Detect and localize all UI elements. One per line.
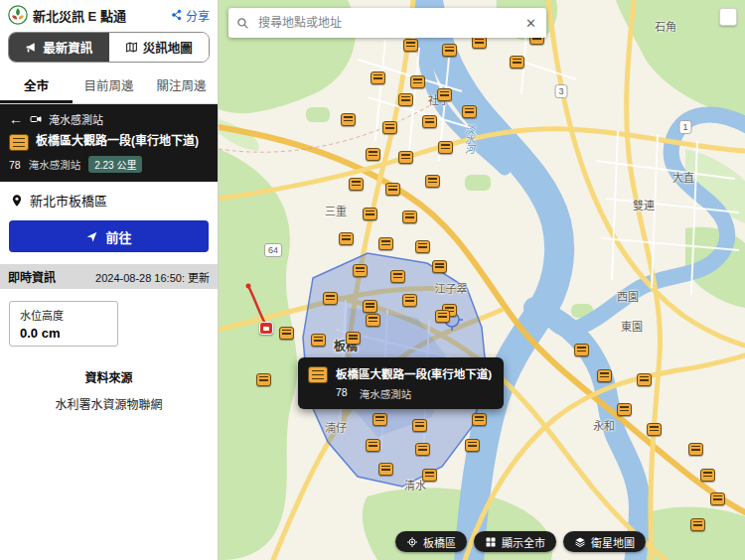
flood-sensor-marker[interactable] xyxy=(385,183,400,196)
flood-sensor-marker[interactable] xyxy=(597,369,612,382)
flood-sensor-marker[interactable] xyxy=(462,105,477,118)
flood-sensor-marker[interactable] xyxy=(465,439,480,452)
flood-sensor-marker[interactable] xyxy=(256,373,271,386)
map-area[interactable]: 石角社子三重大直雙連江子翠西園東園板橋湳仔清水永和淡水河6413 ✕ 板橋區大觀… xyxy=(219,0,745,560)
water-level-box: 水位高度 0.0 cm xyxy=(9,301,118,347)
flood-sensor-icon xyxy=(9,134,29,151)
grid-icon xyxy=(485,536,497,548)
flood-sensor-marker[interactable] xyxy=(425,175,440,188)
tooltip-meta: 78 淹水感測站 xyxy=(336,386,492,401)
data-source-label: 資料來源 xyxy=(0,368,218,385)
subtab-current-area[interactable]: 目前周邊 xyxy=(73,69,145,103)
station-title: 板橋區大觀路一段(車行地下道) xyxy=(36,133,199,149)
subtab-followed-area[interactable]: 關注周邊 xyxy=(145,69,218,103)
flood-sensor-marker[interactable] xyxy=(435,310,450,323)
flood-sensor-marker[interactable] xyxy=(432,260,447,273)
share-button[interactable]: 分享 xyxy=(171,7,210,24)
close-icon[interactable]: ✕ xyxy=(523,16,538,31)
flood-sensor-marker[interactable] xyxy=(710,492,725,505)
flood-sensor-marker[interactable] xyxy=(382,121,397,134)
map-background xyxy=(219,0,745,560)
flood-sensor-marker[interactable] xyxy=(410,75,425,88)
sidebar: 新北災訊 E 點通 分享 最新資訊 災訊地圖 xyxy=(0,0,219,560)
flood-sensor-marker[interactable] xyxy=(311,334,326,347)
flood-sensor-marker[interactable] xyxy=(349,178,364,191)
flood-sensor-marker[interactable] xyxy=(390,270,405,283)
flood-sensor-marker[interactable] xyxy=(412,419,427,432)
tab-label: 最新資訊 xyxy=(43,38,92,57)
flood-sensor-marker[interactable] xyxy=(700,469,715,482)
flood-sensor-marker[interactable] xyxy=(366,314,380,327)
flood-sensor-marker[interactable] xyxy=(279,327,294,340)
flood-sensor-marker[interactable] xyxy=(323,292,338,305)
flood-sensor-marker[interactable] xyxy=(353,264,368,277)
app-logo-icon xyxy=(8,5,28,25)
flood-sensor-marker[interactable] xyxy=(378,463,393,476)
app-title: 新北災訊 E 點通 xyxy=(33,6,166,25)
flood-sensor-marker[interactable] xyxy=(438,141,453,154)
flood-sensor-marker[interactable] xyxy=(366,439,380,452)
flood-sensor-marker[interactable] xyxy=(402,210,417,223)
navigate-label: 前往 xyxy=(105,227,131,246)
satellite-map-label: 衛星地圖 xyxy=(591,534,635,550)
satellite-icon xyxy=(574,536,586,548)
map-search-bar: ✕ xyxy=(228,8,546,38)
flood-sensor-marker[interactable] xyxy=(378,237,393,250)
flood-sensor-marker[interactable] xyxy=(398,151,413,164)
search-icon xyxy=(236,17,249,30)
flood-sensor-marker[interactable] xyxy=(647,423,662,436)
search-input[interactable] xyxy=(256,15,517,31)
flood-sensor-marker[interactable] xyxy=(372,413,387,426)
satellite-map-button[interactable]: 衛星地圖 xyxy=(563,531,646,552)
metric-label: 水位高度 xyxy=(20,307,107,323)
flood-sensor-marker[interactable] xyxy=(403,39,418,52)
distance-badge: 2.23 公里 xyxy=(88,156,142,173)
flood-sensor-marker[interactable] xyxy=(346,332,361,345)
flood-sensor-marker[interactable] xyxy=(415,240,430,253)
map-bottom-controls: 板橋區 顯示全市 衛星地圖 xyxy=(395,531,646,552)
realtime-bar: 即時資訊 2024-08-28 16:50: 更新 xyxy=(0,264,218,289)
flood-sensor-marker[interactable] xyxy=(510,56,524,69)
subtab-whole-city[interactable]: 全市 xyxy=(0,69,73,103)
station-tooltip[interactable]: 板橋區大觀路一段(車行地下道) 78 淹水感測站 xyxy=(298,357,504,409)
flood-sensor-marker[interactable] xyxy=(363,300,377,313)
back-icon[interactable]: ← xyxy=(9,112,23,126)
station-title-row: 板橋區大觀路一段(車行地下道) xyxy=(9,133,209,151)
updated-timestamp: 2024-08-28 16:50: 更新 xyxy=(95,269,210,285)
flood-sensor-marker[interactable] xyxy=(341,113,356,126)
flood-sensor-marker[interactable] xyxy=(617,403,632,416)
station-meta: 78 淹水感測站 2.23 公里 xyxy=(9,156,209,173)
flood-sensor-marker[interactable] xyxy=(574,344,589,356)
flood-sensor-marker[interactable] xyxy=(422,469,437,482)
station-card: ← 淹水感測站 板橋區大觀路一段(車行地下道) 78 淹水感測站 2.23 公里 xyxy=(0,104,218,182)
flood-sensor-marker[interactable] xyxy=(366,148,380,161)
flood-sensor-marker[interactable] xyxy=(402,294,417,307)
flood-sensor-marker[interactable] xyxy=(690,518,705,531)
tab-latest-info[interactable]: 最新資訊 xyxy=(9,33,109,62)
map-control-button[interactable] xyxy=(719,8,737,26)
tooltip-body: 板橋區大觀路一段(車行地下道) 78 淹水感測站 xyxy=(336,365,492,401)
district-filter-button[interactable]: 板橋區 xyxy=(395,531,467,552)
flood-sensor-marker[interactable] xyxy=(371,71,385,84)
flood-sensor-marker[interactable] xyxy=(442,44,457,57)
tooltip-title: 板橋區大觀路一段(車行地下道) xyxy=(336,365,492,381)
flood-sensor-marker[interactable] xyxy=(422,115,437,128)
tab-disaster-map[interactable]: 災訊地圖 xyxy=(109,33,210,62)
metric-value: 0.0 cm xyxy=(20,326,107,341)
location-text: 新北市板橋區 xyxy=(30,191,107,210)
flood-sensor-marker[interactable] xyxy=(363,208,377,220)
station-id: 78 xyxy=(9,159,21,171)
flood-sensor-marker[interactable] xyxy=(688,443,703,456)
flood-sensor-icon xyxy=(308,366,328,383)
tooltip-type-label: 淹水感測站 xyxy=(360,386,412,401)
navigate-button[interactable]: 前往 xyxy=(9,220,209,252)
flood-sensor-marker[interactable] xyxy=(472,413,487,426)
flood-sensor-marker[interactable] xyxy=(415,443,430,456)
flood-sensor-marker[interactable] xyxy=(437,88,452,101)
flood-sensor-marker[interactable] xyxy=(637,373,652,386)
flood-sensor-marker[interactable] xyxy=(398,93,413,106)
target-icon xyxy=(406,536,418,548)
selected-location-marker[interactable] xyxy=(259,322,273,335)
show-whole-city-button[interactable]: 顯示全市 xyxy=(474,531,556,552)
flood-sensor-marker[interactable] xyxy=(339,232,354,245)
